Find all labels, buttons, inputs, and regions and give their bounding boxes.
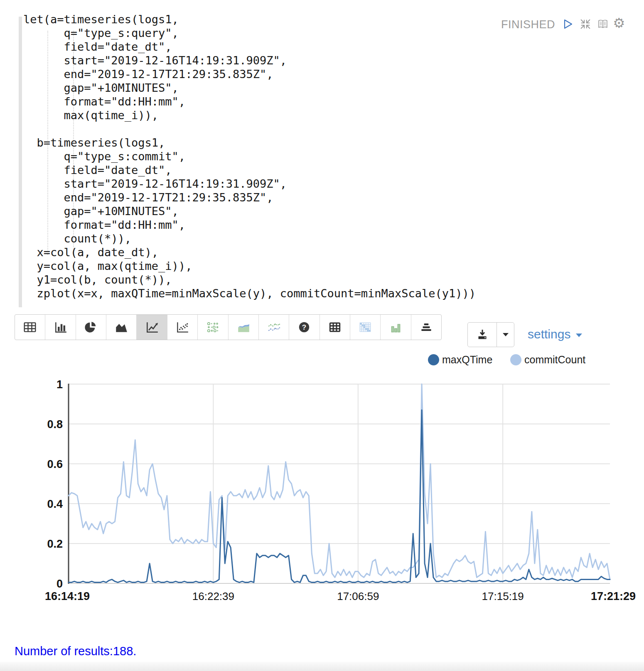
download-split-button [467, 322, 514, 347]
svg-text:0.4: 0.4 [47, 498, 63, 510]
stacked-area-icon [236, 321, 251, 333]
results-count: Number of results:188. [15, 644, 136, 658]
multi-line-button[interactable] [258, 315, 289, 340]
svg-text:0.8: 0.8 [47, 418, 63, 431]
timeseries-chart: 00.20.40.60.8116:14:1916:22:3917:06:5917… [37, 365, 644, 606]
svg-text:17:06:59: 17:06:59 [337, 590, 379, 602]
legend-label: commitCount [524, 354, 585, 366]
code-editor[interactable]: let(a=timeseries(logs1, q="type_s:query"… [23, 12, 476, 300]
series-color-dot [510, 354, 521, 365]
chevron-down-icon [575, 333, 583, 338]
settings-toggle[interactable]: settings [528, 327, 583, 341]
heatmap-icon [358, 321, 372, 333]
area-chart-icon [114, 321, 128, 333]
pie-chart-button[interactable] [76, 315, 106, 340]
svg-text:?: ? [302, 323, 306, 331]
help-button[interactable]: ? [289, 315, 319, 340]
book-icon[interactable] [597, 18, 609, 30]
pivot-table-icon [328, 321, 342, 333]
next-paragraph-edge [0, 662, 644, 671]
collapse-icon[interactable] [579, 18, 592, 30]
gear-icon[interactable]: ⚙ [613, 15, 625, 31]
pie-chart-icon [84, 321, 98, 333]
table-icon [23, 321, 37, 333]
series-color-dot [428, 354, 439, 365]
svg-text:0: 0 [57, 578, 63, 590]
svg-text:0.2: 0.2 [47, 538, 63, 550]
legend-label: maxQTime [442, 354, 492, 366]
heatmap-button[interactable] [350, 315, 380, 340]
zeppelin-paragraph: { "paragraph": { "status": "FINISHED", "… [0, 0, 644, 671]
multi-line-icon [267, 321, 281, 333]
svg-text:17:21:29: 17:21:29 [591, 590, 636, 602]
horizontal-bars-button[interactable] [411, 315, 441, 340]
download-button[interactable] [468, 323, 497, 347]
bar-chart-button[interactable] [45, 315, 75, 340]
svg-text:17:15:19: 17:15:19 [482, 590, 524, 602]
scatter-chart-icon [175, 321, 189, 333]
svg-text:0.6: 0.6 [47, 458, 63, 470]
editor-gutter [19, 17, 22, 307]
download-options-button[interactable] [497, 323, 514, 347]
pivot-table-button[interactable] [320, 315, 350, 340]
svg-text:16:14:19: 16:14:19 [45, 590, 90, 602]
green-bars-icon [388, 321, 403, 333]
chevron-down-icon [502, 333, 509, 337]
svg-text:1: 1 [57, 378, 63, 391]
horizontal-bars-icon [419, 321, 433, 333]
chart-type-toolbar: ? [15, 314, 442, 340]
run-play-icon[interactable] [562, 18, 574, 30]
bar-chart-icon [54, 321, 68, 333]
stacked-area-button[interactable] [228, 315, 258, 340]
scatter-chart-button[interactable] [167, 315, 197, 340]
settings-label: settings [528, 327, 570, 341]
table-button[interactable] [15, 315, 45, 340]
bubble-grid-button[interactable] [197, 315, 228, 340]
legend-item-commitcount[interactable]: commitCount [510, 354, 585, 366]
line-chart-icon [145, 321, 159, 333]
green-bars-button[interactable] [380, 315, 410, 340]
legend-item-maxqtime[interactable]: maxQTime [428, 354, 492, 366]
svg-text:16:22:39: 16:22:39 [192, 590, 234, 602]
line-chart-button[interactable] [136, 315, 167, 340]
bubble-grid-icon [206, 321, 220, 333]
paragraph-status: FINISHED [501, 18, 555, 31]
area-chart-button[interactable] [106, 315, 136, 340]
help-icon: ? [297, 321, 311, 333]
download-icon [476, 328, 489, 341]
